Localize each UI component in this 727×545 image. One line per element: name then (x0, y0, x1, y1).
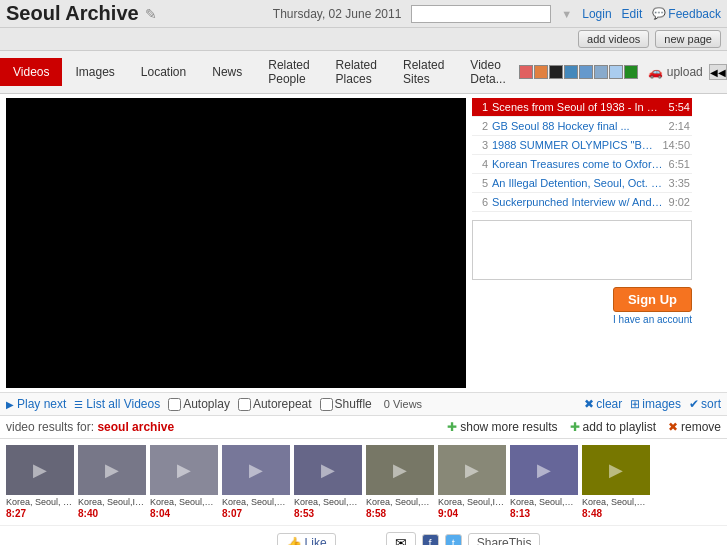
search-input[interactable] (411, 5, 551, 23)
search-dropdown-icon[interactable]: ▼ (561, 8, 572, 20)
facebook-share-btn[interactable]: f (422, 534, 439, 545)
signup-button[interactable]: Sign Up (613, 287, 692, 312)
media-prev-btn[interactable]: ◀◀ (709, 64, 727, 80)
login-link[interactable]: Login (582, 7, 611, 21)
playlist-panel: 1 Scenes from Seoul of 1938 - In Col... … (472, 98, 692, 388)
playlist-num: 5 (474, 177, 488, 189)
clear-btn[interactable]: ✖ clear (584, 397, 622, 411)
thumb-label: Korea, Seoul,Sir 2008y,11m,12c (582, 497, 650, 507)
playlist-item[interactable]: 5 An Illegal Detention, Seoul, Oct. 1S..… (472, 174, 692, 193)
thumb-label: Korea, Seoul,Da 2008y,11m,12c (222, 497, 290, 507)
playlist-num: 6 (474, 196, 488, 208)
shuffle-checkbox[interactable] (320, 398, 333, 411)
add-to-playlist-btn[interactable]: ✚ add to playlist (570, 420, 656, 434)
playlist-title: Scenes from Seoul of 1938 - In Col... (492, 101, 665, 113)
playlist-duration: 14:50 (662, 139, 690, 151)
thumb-duration: 8:07 (222, 508, 290, 519)
thumbnail-item[interactable]: ▶ Korea, Seoul,Da 2008y,11m,12c 8:58 (366, 445, 434, 519)
list-icon: ☰ (74, 399, 83, 410)
have-account-link[interactable]: I have an account (472, 314, 692, 325)
feedback-link[interactable]: Feedback (668, 7, 721, 21)
swatch-red[interactable] (519, 65, 533, 79)
thumbnail-item[interactable]: ▶ Korea, Seoul,Da 2008y,11m,12c 8:07 (222, 445, 290, 519)
comment-input[interactable] (472, 220, 692, 280)
swatch-green[interactable] (624, 65, 638, 79)
playlist-item[interactable]: 1 Scenes from Seoul of 1938 - In Col... … (472, 98, 692, 117)
right-controls: ✖ clear ⊞ images ✔ sort (584, 397, 721, 411)
edit-link[interactable]: Edit (622, 7, 643, 21)
twitter-share-btn[interactable]: t (445, 534, 462, 545)
tab-videos[interactable]: Videos (0, 58, 62, 86)
add-videos-button[interactable]: add videos (578, 30, 649, 48)
playlist-title: Korean Treasures come to Oxford -... (492, 158, 665, 170)
thumbnail-item[interactable]: ▶ Korea, Seoul,Yec 2008y,11m,11c 8:53 (294, 445, 362, 519)
autorepeat-checkbox[interactable] (238, 398, 251, 411)
thumbnail-item[interactable]: ▶ Korea, Seoul,Ap 2008y,11m,12c 8:04 (150, 445, 218, 519)
swatch-lightblue[interactable] (594, 65, 608, 79)
swatch-black[interactable] (549, 65, 563, 79)
tab-related-people[interactable]: Related People (255, 51, 322, 93)
tab-video-detail[interactable]: Video Deta... (457, 51, 518, 93)
site-title[interactable]: Seoul Archive (6, 2, 139, 25)
show-more-results-btn[interactable]: ✚ show more results (447, 420, 557, 434)
search-results-bar: video results for: seoul archive ✚ show … (0, 416, 727, 439)
shuffle-checkbox-label[interactable]: Shuffle (320, 397, 372, 411)
tab-images[interactable]: Images (62, 58, 127, 86)
swatch-paleblue[interactable] (609, 65, 623, 79)
remove-btn[interactable]: ✖ remove (668, 420, 721, 434)
tab-related-places[interactable]: Related Places (323, 51, 390, 93)
playlist-num: 1 (474, 101, 488, 113)
edit-icon[interactable]: ✎ (145, 6, 157, 22)
autorepeat-checkbox-label[interactable]: Autorepeat (238, 397, 312, 411)
images-label: images (642, 397, 681, 411)
thumb-label: Korea, Seoul,Ita 2008y,11m,10c (438, 497, 506, 507)
autorepeat-label: Autorepeat (253, 397, 312, 411)
playlist-bottom: Sign Up I have an account (472, 220, 692, 325)
upload-area[interactable]: 🚗 upload (642, 65, 709, 79)
tab-related-sites[interactable]: Related Sites (390, 51, 457, 93)
facebook-like-btn[interactable]: 👍 Like (277, 533, 336, 546)
views-count: 0 Views (384, 398, 422, 410)
playlist-item[interactable]: 4 Korean Treasures come to Oxford -... 6… (472, 155, 692, 174)
autoplay-checkbox-label[interactable]: Autoplay (168, 397, 230, 411)
clear-icon: ✖ (584, 397, 594, 411)
list-all-btn[interactable]: ☰ List all Videos (74, 397, 160, 411)
show-more-icon: ✚ (447, 420, 457, 434)
results-actions: ✚ show more results ✚ add to playlist ✖ … (447, 420, 721, 434)
autoplay-checkbox[interactable] (168, 398, 181, 411)
playlist-item[interactable]: 2 GB Seoul 88 Hockey final ... 2:14 (472, 117, 692, 136)
thumbnail-item[interactable]: ▶ Korea, Seoul,Ide 2008y,11m,11c 8:40 (78, 445, 146, 519)
email-share-btn[interactable]: ✉ (386, 532, 416, 545)
playlist-num: 2 (474, 120, 488, 132)
thumb-image: ▶ (6, 445, 74, 495)
thumb-image: ▶ (150, 445, 218, 495)
playlist-item[interactable]: 6 Suckerpunched Interview w/ Andy '... 9… (472, 193, 692, 212)
thumbnail-item[interactable]: ▶ Korea, Seoul, Sinchon 1. 8:27 (6, 445, 74, 519)
playlist-num: 4 (474, 158, 488, 170)
thumbnail-item[interactable]: ▶ Korea, Seoul,Jor 2008y,11m,11c 8:13 (510, 445, 578, 519)
video-player[interactable] (6, 98, 466, 388)
sort-btn[interactable]: ✔ sort (689, 397, 721, 411)
playlist-duration: 5:54 (669, 101, 690, 113)
show-more-label: show more results (460, 420, 557, 434)
new-page-button[interactable]: new page (655, 30, 721, 48)
tab-location[interactable]: Location (128, 58, 199, 86)
sharethis-label: ShareThis (477, 536, 532, 545)
thumb-duration: 8:27 (6, 508, 74, 519)
swatch-blue[interactable] (579, 65, 593, 79)
play-next-btn[interactable]: ▶ Play next (6, 397, 66, 411)
images-btn[interactable]: ⊞ images (630, 397, 681, 411)
playlist-item[interactable]: 3 1988 SUMMER OLYMPICS "BOXING H... 14:5… (472, 136, 692, 155)
action-row: add videos new page (0, 28, 727, 51)
thumbnail-item[interactable]: ▶ Korea, Seoul,Sir 2008y,11m,12c 8:48 (582, 445, 650, 519)
tab-news[interactable]: News (199, 58, 255, 86)
thumb-image: ▶ (438, 445, 506, 495)
thumb-duration: 8:13 (510, 508, 578, 519)
swatch-darkblue[interactable] (564, 65, 578, 79)
upload-label: upload (667, 65, 703, 79)
swatch-orange[interactable] (534, 65, 548, 79)
controls-bar: ▶ Play next ☰ List all Videos Autoplay A… (0, 392, 727, 416)
sharethis-btn[interactable]: ShareThis (468, 533, 541, 545)
thumbnail-item[interactable]: ▶ Korea, Seoul,Ita 2008y,11m,10c 9:04 (438, 445, 506, 519)
color-swatches (519, 65, 642, 79)
